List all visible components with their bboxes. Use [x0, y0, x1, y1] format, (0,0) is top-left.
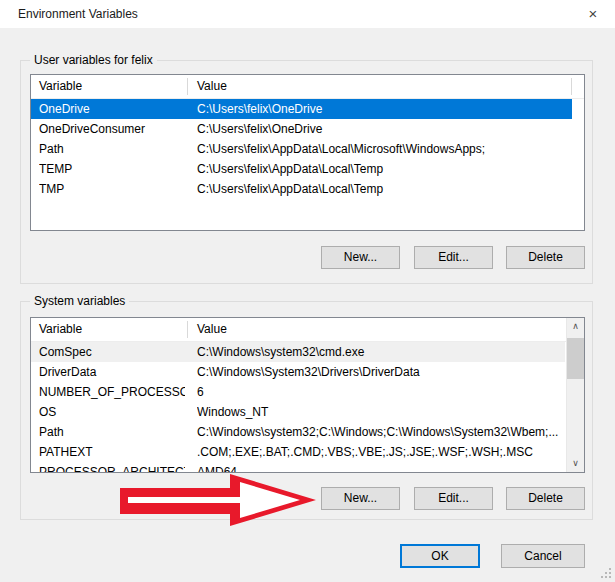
variable-value: AMD64	[197, 462, 582, 473]
table-row-pathext[interactable]: PATHEXT .COM;.EXE;.BAT;.CMD;.VBS;.VBE;.J…	[31, 442, 584, 462]
system-new-button[interactable]: New...	[321, 487, 400, 510]
variable-value: .COM;.EXE;.BAT;.CMD;.VBS;.VBE;.JS;.JSE;.…	[197, 442, 582, 462]
table-row-tmp[interactable]: TMP C:\Users\felix\AppData\Local\Temp	[31, 179, 584, 199]
variable-value: C:\Users\felix\AppData\Local\Temp	[197, 179, 582, 199]
user-delete-button[interactable]: Delete	[506, 246, 585, 269]
variable-name: ComSpec	[39, 342, 185, 362]
table-row-processor-architecture[interactable]: PROCESSOR_ARCHITECTURE AMD64	[31, 462, 584, 473]
user-table-header[interactable]: Variable Value	[31, 75, 584, 99]
system-variables-table[interactable]: Variable Value ComSpec C:\Windows\system…	[30, 317, 585, 473]
variable-value: C:\Windows\system32;C:\Windows;C:\Window…	[197, 422, 582, 442]
system-delete-button[interactable]: Delete	[506, 487, 585, 510]
title-bar: Environment Variables ×	[0, 0, 615, 28]
table-row-temp[interactable]: TEMP C:\Users\felix\AppData\Local\Temp	[31, 159, 584, 179]
scrollbar-thumb[interactable]	[567, 338, 584, 379]
user-edit-button[interactable]: Edit...	[414, 246, 493, 269]
user-new-button[interactable]: New...	[321, 246, 400, 269]
column-header-variable[interactable]: Variable	[39, 322, 82, 336]
variable-value: C:\Users\felix\AppData\Local\Temp	[197, 159, 582, 179]
variable-value: C:\Users\felix\OneDrive	[197, 119, 582, 139]
column-divider[interactable]	[571, 78, 572, 95]
variable-name: DriverData	[39, 362, 185, 382]
variable-value: C:\Users\felix\OneDrive	[197, 99, 570, 119]
column-header-value[interactable]: Value	[197, 322, 227, 336]
variable-name: OneDriveConsumer	[39, 119, 185, 139]
table-row-path[interactable]: Path C:\Users\felix\AppData\Local\Micros…	[31, 139, 584, 159]
variable-value: C:\Windows\system32\cmd.exe	[197, 342, 563, 362]
table-row-driverdata[interactable]: DriverData C:\Windows\System32\Drivers\D…	[31, 362, 584, 382]
variable-name: PATHEXT	[39, 442, 185, 462]
system-variables-group-label: System variables	[30, 294, 129, 308]
user-variables-table[interactable]: Variable Value OneDrive C:\Users\felix\O…	[30, 74, 585, 231]
variable-name: TEMP	[39, 159, 185, 179]
ok-button[interactable]: OK	[400, 544, 480, 568]
scroll-down-icon[interactable]: ∨	[567, 455, 584, 472]
scroll-up-icon[interactable]: ∧	[567, 318, 584, 335]
column-divider[interactable]	[187, 321, 188, 338]
variable-name: OS	[39, 402, 185, 422]
variable-value: 6	[197, 382, 582, 402]
table-row-comspec[interactable]: ComSpec C:\Windows\system32\cmd.exe	[31, 342, 565, 362]
variable-name: Path	[39, 139, 185, 159]
table-row-onedriveconsumer[interactable]: OneDriveConsumer C:\Users\felix\OneDrive	[31, 119, 584, 139]
window-title: Environment Variables	[18, 7, 138, 21]
resize-grip-icon[interactable]	[600, 567, 612, 579]
cancel-button[interactable]: Cancel	[501, 544, 585, 568]
table-row-os[interactable]: OS Windows_NT	[31, 402, 584, 422]
column-divider[interactable]	[187, 78, 188, 95]
variable-value: C:\Windows\System32\Drivers\DriverData	[197, 362, 582, 382]
vertical-scrollbar[interactable]: ∧ ∨	[566, 318, 584, 472]
variable-value: C:\Users\felix\AppData\Local\Microsoft\W…	[197, 139, 582, 159]
variable-name: TMP	[39, 179, 185, 199]
column-header-value[interactable]: Value	[197, 79, 227, 93]
table-row-number-of-processors[interactable]: NUMBER_OF_PROCESSORS 6	[31, 382, 584, 402]
variable-name: OneDrive	[39, 99, 185, 119]
table-row-onedrive[interactable]: OneDrive C:\Users\felix\OneDrive	[31, 99, 572, 119]
system-table-header[interactable]: Variable Value	[31, 318, 584, 342]
column-header-variable[interactable]: Variable	[39, 79, 82, 93]
system-edit-button[interactable]: Edit...	[414, 487, 493, 510]
variable-value: Windows_NT	[197, 402, 582, 422]
variable-name: Path	[39, 422, 185, 442]
variable-name: NUMBER_OF_PROCESSORS	[39, 382, 185, 402]
variable-name: PROCESSOR_ARCHITECTURE	[39, 462, 185, 473]
user-variables-group-label: User variables for felix	[30, 53, 157, 67]
table-row-path[interactable]: Path C:\Windows\system32;C:\Windows;C:\W…	[31, 422, 584, 442]
close-icon[interactable]: ×	[577, 2, 609, 26]
